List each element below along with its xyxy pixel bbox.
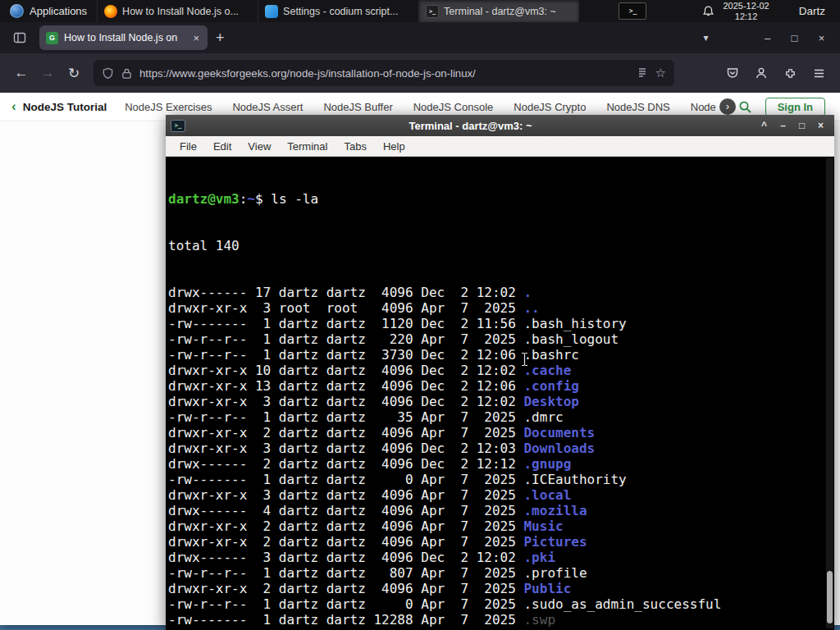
- terminal-line: -rw-r--r-- 1 dartz dartz 3730 Dec 2 12:0…: [168, 347, 823, 363]
- url-bar[interactable]: https://www.geeksforgeeks.org/node-js/in…: [94, 60, 674, 86]
- file-name: .config: [523, 378, 578, 394]
- applications-icon: [10, 4, 24, 18]
- terminal-line: -rw------- 1 dartz dartz 12288 Apr 7 202…: [168, 612, 823, 628]
- file-name: Public: [523, 581, 571, 596]
- panel-window-buttons: How to Install Node.js o...Settings - co…: [97, 0, 579, 22]
- terminal-scrollbar-thumb[interactable]: [827, 571, 833, 623]
- site-back-chevron-icon[interactable]: ‹: [11, 98, 16, 115]
- site-nav-link[interactable]: NodeJS Buffer: [323, 101, 392, 113]
- browser-tab-bar: G How to Install Node.js on × + ▾ – □ ×: [0, 22, 840, 53]
- clock-date: 2025-12-02: [723, 1, 769, 11]
- terminal-line: drwx------ 3 dartz dartz 4096 Dec 2 12:0…: [168, 550, 823, 565]
- list-all-tabs-icon[interactable]: ▾: [692, 32, 719, 43]
- file-name: .gnupg: [523, 456, 571, 472]
- prompt-user-host: dartz@vm3: [168, 191, 240, 207]
- terminal-prompt-line: dartz@vm3:~$ ls -la: [168, 191, 823, 207]
- browser-close-icon[interactable]: ×: [808, 32, 835, 44]
- terminal-line: drwx------ 4 dartz dartz 4096 Apr 7 2025…: [168, 503, 823, 518]
- file-name: .local: [523, 487, 571, 503]
- terminal-window-icon: >_: [171, 120, 185, 132]
- reload-button[interactable]: ↻: [61, 60, 87, 86]
- terminal-line: -rw-r--r-- 1 dartz dartz 0 Apr 7 2025 .s…: [168, 596, 823, 612]
- tab-close-icon[interactable]: ×: [191, 32, 201, 44]
- site-nav-link[interactable]: NodeJS Crypto: [514, 101, 586, 113]
- menu-hamburger-icon[interactable]: [806, 60, 832, 86]
- panel-clock[interactable]: 2025-12-02 12:12: [723, 1, 769, 21]
- applications-label: Applications: [30, 5, 87, 17]
- terminal-close-icon[interactable]: ×: [812, 120, 829, 131]
- site-nav-link[interactable]: NodeJS Console: [413, 101, 494, 113]
- terminal-line: drwxr-xr-x 2 dartz dartz 4096 Apr 7 2025…: [168, 534, 823, 550]
- code-icon: [265, 5, 278, 18]
- window-button-title: How to Install Node.js o...: [122, 6, 239, 17]
- firefox-view-icon[interactable]: [8, 26, 31, 49]
- lock-icon[interactable]: [121, 67, 132, 80]
- notification-bell-icon[interactable]: [702, 5, 714, 17]
- terminal-minimize-icon[interactable]: –: [774, 120, 792, 131]
- terminal-window-controls: ^ – □ ×: [756, 120, 829, 131]
- site-nav-links: NodeJS ExercisesNodeJS AssertNodeJS Buff…: [125, 101, 716, 113]
- terminal-command: ls -la: [271, 191, 318, 207]
- clock-time: 12:12: [723, 11, 769, 22]
- browser-maximize-icon[interactable]: □: [781, 32, 808, 44]
- site-home-link[interactable]: NodeJS Tutorial: [23, 101, 107, 113]
- file-name: .bash_logout: [523, 331, 619, 347]
- terminal-line: drwxr-xr-x 3 dartz dartz 4096 Dec 2 12:0…: [168, 441, 823, 456]
- account-icon[interactable]: [748, 60, 774, 86]
- file-name: Music: [523, 518, 563, 534]
- terminal-line: -rw------- 1 dartz dartz 1120 Dec 2 11:5…: [168, 316, 823, 331]
- terminal-shade-icon[interactable]: ^: [756, 120, 773, 131]
- prompt-separator: :: [240, 191, 248, 207]
- terminal-scrollbar[interactable]: [826, 158, 833, 628]
- file-name: .bash_history: [523, 316, 626, 331]
- terminal-line: -rw------- 1 dartz dartz 0 Apr 7 2025 .I…: [168, 472, 823, 487]
- terminal-menu-help[interactable]: Help: [376, 138, 413, 155]
- terminal-line: drwxr-xr-x 3 dartz dartz 4096 Apr 7 2025…: [168, 487, 823, 503]
- terminal-line: drwxr-xr-x 13 dartz dartz 4096 Dec 2 12:…: [168, 378, 823, 394]
- bookmark-star-icon[interactable]: ☆: [655, 66, 666, 80]
- terminal-line: drwxr-xr-x 3 root root 4096 Apr 7 2025 .…: [168, 300, 823, 316]
- terminal-line: drwxr-xr-x 3 dartz dartz 4096 Dec 2 12:0…: [168, 394, 823, 409]
- back-button[interactable]: ←: [8, 60, 34, 86]
- terminal-menu-view[interactable]: View: [240, 138, 278, 155]
- panel-user-label: Dartz: [778, 5, 833, 17]
- terminal-menu-tabs[interactable]: Tabs: [336, 138, 373, 155]
- terminal-menu-file[interactable]: File: [172, 138, 204, 155]
- tracking-shield-icon[interactable]: [102, 67, 114, 80]
- panel-window-button[interactable]: How to Install Node.js o...: [97, 0, 258, 22]
- url-text[interactable]: https://www.geeksforgeeks.org/node-js/in…: [139, 67, 629, 80]
- terminal-menu-terminal[interactable]: Terminal: [280, 138, 335, 155]
- terminal-title: Terminal - dartz@vm3: ~: [185, 120, 756, 132]
- terminal-menu-edit[interactable]: Edit: [206, 138, 239, 155]
- site-nav-more-icon[interactable]: ›: [719, 98, 736, 115]
- pocket-icon[interactable]: [719, 60, 746, 86]
- extensions-icon[interactable]: [777, 60, 803, 86]
- file-name: .ICEauthority: [523, 472, 626, 487]
- terminal-window: >_ Terminal - dartz@vm3: ~ ^ – □ × FileE…: [166, 115, 834, 630]
- firefox-icon: [104, 5, 117, 18]
- reader-mode-icon[interactable]: [637, 67, 648, 79]
- browser-tab[interactable]: G How to Install Node.js on ×: [39, 25, 208, 50]
- new-tab-button[interactable]: +: [208, 28, 233, 48]
- site-nav-link[interactable]: NodeJS DNS: [606, 101, 669, 113]
- terminal-maximize-icon[interactable]: □: [793, 120, 810, 131]
- site-nav-link[interactable]: Node: [691, 101, 716, 113]
- search-icon[interactable]: [738, 100, 752, 114]
- file-name: .profile: [523, 565, 587, 581]
- site-nav-link[interactable]: NodeJS Exercises: [125, 101, 212, 113]
- panel-window-button[interactable]: Settings - codium script...: [258, 0, 418, 22]
- applications-menu-button[interactable]: Applications: [0, 0, 97, 22]
- terminal-line: -rw-r--r-- 1 dartz dartz 35 Apr 7 2025 .…: [168, 409, 823, 425]
- terminal-output[interactable]: dartz@vm3:~$ ls -la total 140 drwx------…: [166, 157, 834, 630]
- browser-minimize-icon[interactable]: –: [754, 32, 781, 44]
- file-name: .: [523, 285, 532, 300]
- site-nav-link[interactable]: NodeJS Assert: [232, 101, 303, 113]
- sign-in-button[interactable]: Sign In: [765, 98, 825, 116]
- file-name: .cache: [523, 363, 571, 378]
- tabbar-controls: ▾ – □ ×: [692, 32, 835, 44]
- terminal-line: -rw-r--r-- 1 dartz dartz 807 Apr 7 2025 …: [168, 565, 823, 581]
- terminal-titlebar[interactable]: >_ Terminal - dartz@vm3: ~ ^ – □ ×: [166, 115, 834, 136]
- panel-window-button[interactable]: >_Terminal - dartz@vm3: ~: [418, 0, 579, 22]
- tray-terminal-icon[interactable]: >_: [619, 2, 646, 20]
- forward-button[interactable]: →: [34, 60, 61, 86]
